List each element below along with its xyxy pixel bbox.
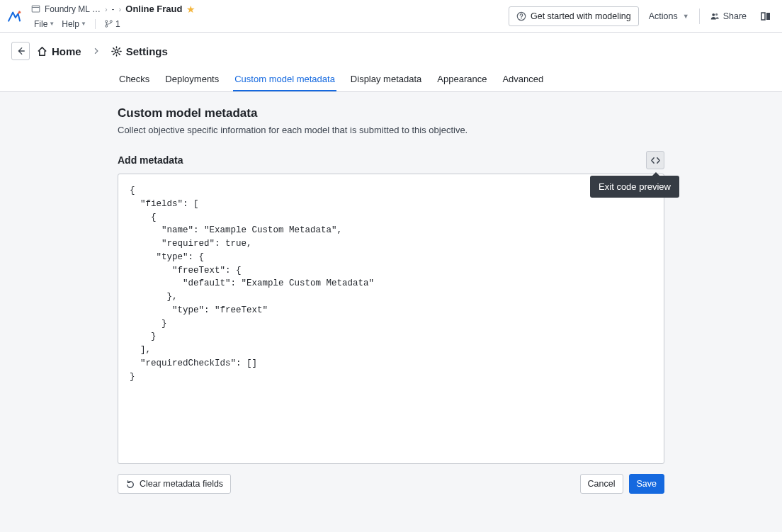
caret-down-icon: ▼: [49, 21, 55, 27]
arrow-left-icon: [16, 46, 26, 56]
svg-point-8: [715, 13, 718, 15]
tooltip: Exit code preview: [590, 176, 679, 198]
home-crumb[interactable]: Home: [37, 45, 81, 57]
chevron-right-icon: [93, 47, 100, 55]
page-description: Collect objective specific information f…: [118, 125, 664, 135]
actions-menu[interactable]: Actions ▼: [646, 7, 692, 26]
share-button[interactable]: Share: [707, 7, 749, 26]
clear-metadata-label: Clear metadata fields: [140, 479, 223, 489]
tab-checks[interactable]: Checks: [118, 68, 151, 91]
menubar: File▼ Help▼ 1: [31, 17, 509, 31]
app-logo[interactable]: [0, 0, 28, 32]
panel-toggle-button[interactable]: [756, 7, 775, 26]
metadata-code-editor[interactable]: { "fields": [ { "name": "Example Custom …: [118, 174, 664, 464]
section-header: Add metadata Exit code preview: [118, 151, 664, 169]
tab-custom-model-metadata[interactable]: Custom model metadata: [233, 68, 336, 91]
breadcrumb: Foundry ML … › - › Online Fraud ★: [31, 1, 509, 17]
code-icon: [650, 155, 661, 166]
settings-crumb: Settings: [111, 45, 168, 57]
topbar-right: Get started with modeling Actions ▼ Shar…: [509, 0, 775, 32]
svg-point-6: [521, 18, 521, 18]
home-icon: [37, 46, 47, 57]
window-icon: [31, 4, 40, 13]
breadcrumb-sep: ›: [119, 5, 122, 13]
cancel-button[interactable]: Cancel: [580, 474, 623, 494]
branch-icon: [104, 19, 113, 28]
tab-advanced[interactable]: Advanced: [501, 68, 545, 91]
svg-rect-9: [761, 13, 765, 20]
svg-rect-10: [766, 13, 770, 20]
divider: [95, 19, 96, 29]
breadcrumb-mid[interactable]: -: [112, 4, 115, 14]
svg-rect-0: [32, 6, 40, 12]
help-icon: [516, 11, 526, 21]
caret-down-icon: ▼: [81, 21, 86, 27]
code-preview-toggle[interactable]: Exit code preview: [646, 151, 664, 169]
svg-point-11: [115, 50, 118, 52]
panel-icon: [760, 11, 771, 22]
logo-icon: [6, 9, 22, 24]
breadcrumb-current[interactable]: Online Fraud: [125, 4, 182, 14]
caret-down-icon: ▼: [683, 13, 689, 20]
breadcrumb-app[interactable]: Foundry ML …: [45, 4, 101, 14]
branch-indicator[interactable]: 1: [101, 19, 123, 29]
svg-point-4: [110, 21, 112, 23]
topbar: Foundry ML … › - › Online Fraud ★ File▼ …: [0, 0, 782, 33]
svg-point-2: [106, 21, 108, 23]
gear-icon: [111, 46, 122, 57]
save-button[interactable]: Save: [629, 474, 665, 494]
get-started-label: Get started with modeling: [531, 11, 631, 21]
divider: [699, 9, 700, 24]
undo-icon: [125, 479, 135, 489]
star-icon[interactable]: ★: [186, 4, 196, 15]
content: Custom model metadata Collect objective …: [0, 92, 782, 532]
tabstrip: Checks Deployments Custom model metadata…: [0, 69, 782, 92]
svg-point-3: [106, 25, 108, 27]
tab-appearance[interactable]: Appearance: [436, 68, 488, 91]
section-label: Add metadata: [118, 154, 183, 166]
tab-deployments[interactable]: Deployments: [164, 68, 220, 91]
svg-point-7: [712, 13, 715, 16]
tab-display-metadata[interactable]: Display metadata: [349, 68, 423, 91]
menu-file[interactable]: File▼: [31, 19, 57, 29]
subheader: Home Settings: [0, 33, 782, 69]
back-button[interactable]: [11, 42, 30, 60]
topbar-left: Foundry ML … › - › Online Fraud ★ File▼ …: [28, 0, 509, 32]
clear-metadata-button[interactable]: Clear metadata fields: [118, 474, 231, 494]
menu-help[interactable]: Help▼: [59, 19, 89, 29]
get-started-button[interactable]: Get started with modeling: [509, 6, 639, 26]
breadcrumb-sep: ›: [105, 5, 108, 13]
footer-actions: Clear metadata fields Cancel Save: [118, 474, 664, 494]
page-title: Custom model metadata: [118, 106, 664, 120]
people-icon: [710, 11, 720, 21]
